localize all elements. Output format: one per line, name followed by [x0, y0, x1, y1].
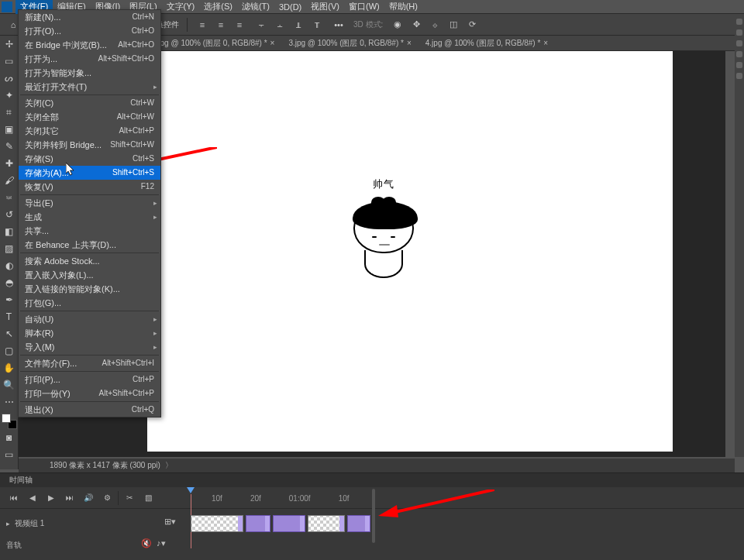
zoom-tool-icon[interactable]: 🔍 — [1, 376, 18, 393]
settings-icon[interactable]: ⚙ — [99, 491, 115, 505]
pan-icon[interactable]: ✥ — [409, 18, 423, 32]
menu-filter[interactable]: 滤镜(T) — [237, 0, 274, 14]
menu-item[interactable]: 打包(G)... — [19, 296, 160, 310]
menu-item[interactable]: 在 Behance 上共享(D)... — [19, 238, 160, 252]
close-icon[interactable]: × — [270, 39, 275, 47]
menu-item[interactable]: 文件简介(F)...Alt+Shift+Ctrl+I — [19, 356, 160, 370]
clip-2[interactable] — [246, 515, 270, 532]
first-frame-icon[interactable]: ⏮ — [6, 491, 22, 505]
shape-tool-icon[interactable]: ▢ — [1, 342, 18, 359]
align-left-icon[interactable]: ≡ — [195, 18, 209, 32]
menu-item[interactable]: 打印一份(Y)Alt+Shift+Ctrl+P — [19, 387, 160, 400]
menu-view[interactable]: 视图(V) — [306, 0, 344, 14]
transition-icon[interactable]: ▧ — [140, 491, 156, 505]
panel-icon[interactable] — [736, 40, 742, 46]
gradient-tool-icon[interactable]: ▨ — [1, 240, 18, 257]
more-icon[interactable]: ••• — [332, 18, 346, 32]
menu-item[interactable]: 退出(X)Ctrl+Q — [19, 403, 160, 417]
menu-item[interactable]: 最近打开文件(T) — [19, 80, 160, 94]
wand-tool-icon[interactable]: ✦ — [1, 87, 18, 104]
menu-item[interactable]: 关闭(C)Ctrl+W — [19, 96, 160, 110]
panel-icon[interactable] — [736, 29, 742, 36]
audio-icon[interactable]: 🔊 — [81, 491, 96, 505]
distribute-icon[interactable]: ⫠ — [273, 18, 287, 32]
chevron-right-icon[interactable]: 〉 — [165, 460, 173, 471]
audio-track-label[interactable]: 音轨 — [6, 540, 22, 551]
scale-icon[interactable]: ◫ — [446, 18, 460, 32]
eyedropper-tool-icon[interactable]: ✎ — [1, 138, 18, 155]
video-group-label[interactable]: 视频组 1 — [6, 518, 44, 529]
blur-tool-icon[interactable]: ◐ — [1, 257, 18, 274]
type-tool-icon[interactable]: T — [1, 308, 18, 325]
menu-item[interactable]: 恢复(V)F12 — [19, 180, 160, 194]
play-icon[interactable]: ▶ — [43, 491, 59, 505]
next-frame-icon[interactable]: ⏭ — [62, 491, 78, 505]
edit-toolbar-icon[interactable]: ⋯ — [1, 393, 18, 411]
tab-1[interactable]: 1.jpg @ 100% (图层 0, RGB/8#) *× — [147, 36, 279, 50]
menu-item[interactable]: 打开为智能对象... — [19, 66, 160, 80]
filmstrip-icon[interactable]: ⊞▾ — [164, 517, 176, 527]
foreground-swatch[interactable] — [2, 414, 11, 423]
frame-tool-icon[interactable]: ▣ — [1, 121, 18, 138]
mute-icon[interactable]: 🔇 — [141, 538, 152, 548]
panel-icon[interactable] — [736, 73, 742, 79]
distribute-icon[interactable]: ⫪ — [310, 18, 324, 32]
move-tool-icon[interactable]: ✢ — [1, 36, 18, 53]
stamp-tool-icon[interactable]: ⎃ — [1, 189, 18, 206]
hand-tool-icon[interactable]: ✋ — [1, 359, 18, 376]
prev-frame-icon[interactable]: ◀ — [25, 491, 40, 505]
menu-item[interactable]: 置入嵌入对象(L)... — [19, 268, 160, 282]
add-audio-icon[interactable]: ♪▾ — [157, 538, 166, 548]
clip-4[interactable] — [308, 515, 345, 532]
menu-item[interactable]: 新建(N)...Ctrl+N — [19, 10, 160, 24]
pen-tool-icon[interactable]: ✒ — [1, 291, 18, 308]
menu-item[interactable]: 生成 — [19, 210, 160, 224]
menu-item[interactable]: 存储(S)Ctrl+S — [19, 152, 160, 166]
menu-item[interactable]: 置入链接的智能对象(K)... — [19, 282, 160, 296]
clip-3[interactable] — [273, 515, 305, 532]
menu-item[interactable]: 关闭其它Alt+Ctrl+P — [19, 124, 160, 138]
panel-icon[interactable] — [736, 19, 742, 25]
menu-item[interactable]: 关闭全部Alt+Ctrl+W — [19, 110, 160, 124]
color-swatches[interactable] — [2, 414, 17, 429]
menu-item[interactable]: 存储为(A)...Shift+Ctrl+S — [19, 166, 160, 180]
menu-select[interactable]: 选择(S) — [199, 0, 237, 14]
screenmode-icon[interactable]: ▭ — [1, 446, 18, 463]
close-icon[interactable]: × — [543, 39, 548, 47]
menu-item[interactable]: 打开(O)...Ctrl+O — [19, 24, 160, 38]
crop-tool-icon[interactable]: ⌗ — [1, 104, 18, 121]
canvas[interactable]: 帅气 — [147, 51, 673, 452]
menu-item[interactable]: 自动(U) — [19, 312, 160, 326]
marquee-tool-icon[interactable]: ▭ — [1, 53, 18, 70]
panel-icon[interactable] — [736, 51, 742, 57]
menu-item[interactable]: 关闭并转到 Bridge...Shift+Ctrl+W — [19, 138, 160, 152]
menu-type[interactable]: 文字(Y) — [162, 0, 200, 14]
clip-5[interactable] — [347, 515, 370, 532]
menu-3d[interactable]: 3D(D) — [274, 1, 306, 13]
menu-item[interactable]: 脚本(R) — [19, 326, 160, 340]
menu-item[interactable]: 共享... — [19, 224, 160, 238]
distribute-icon[interactable]: ⫟ — [254, 18, 268, 32]
dodge-tool-icon[interactable]: ◓ — [1, 274, 18, 291]
distribute-icon[interactable]: ⫫ — [291, 18, 305, 32]
brush-tool-icon[interactable]: 🖌 — [1, 172, 18, 189]
split-icon[interactable]: ✂ — [122, 491, 137, 505]
menu-window[interactable]: 窗口(W) — [344, 0, 384, 14]
menu-item[interactable]: 搜索 Adobe Stock... — [19, 254, 160, 268]
clip-1[interactable] — [191, 515, 243, 532]
heal-tool-icon[interactable]: ✚ — [1, 155, 18, 172]
quickmask-icon[interactable]: ◙ — [1, 429, 18, 446]
menu-item[interactable]: 导入(M) — [19, 340, 160, 354]
menu-item[interactable]: 导出(E) — [19, 196, 160, 210]
tab-4[interactable]: 4.jpg @ 100% (图层 0, RGB/8#) *× — [421, 36, 553, 50]
menu-help[interactable]: 帮助(H) — [384, 0, 422, 14]
orbit-icon[interactable]: ◉ — [391, 18, 405, 32]
path-tool-icon[interactable]: ↖ — [1, 325, 18, 342]
rotate-icon[interactable]: ⟳ — [465, 18, 479, 32]
menu-item[interactable]: 打开为...Alt+Shift+Ctrl+O — [19, 52, 160, 66]
history-brush-icon[interactable]: ↺ — [1, 206, 18, 223]
dolly-icon[interactable]: ⟐ — [428, 18, 442, 32]
close-icon[interactable]: × — [407, 39, 412, 47]
menu-item[interactable]: 打印(P)...Ctrl+P — [19, 373, 160, 387]
eraser-tool-icon[interactable]: ◧ — [1, 223, 18, 240]
